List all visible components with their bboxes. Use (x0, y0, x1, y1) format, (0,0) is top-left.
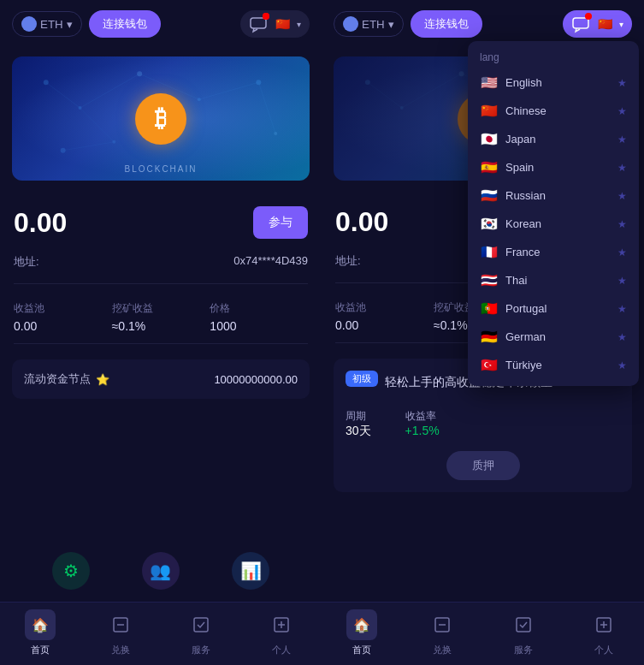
nav-service-right[interactable]: 服务 (483, 609, 564, 656)
personal-icon-left (266, 609, 297, 640)
lang-name-chinese: Chinese (505, 104, 611, 117)
gear-icon-left[interactable]: ⚙ (52, 552, 90, 590)
balance-amount-right: 0.00 (335, 206, 388, 238)
nav-exchange-label-right: 兑换 (433, 644, 452, 656)
svg-rect-0 (251, 18, 266, 28)
language-dropdown: lang 🇺🇸 English ★ 🇨🇳 Chinese ★ 🇯🇵 Japan … (468, 41, 639, 386)
address-label-right: 地址: (335, 253, 361, 269)
lang-turkiye[interactable]: 🇹🇷 Türkiye ★ (468, 351, 639, 379)
stats-row-left: 收益池 0.00 挖矿收益 ≈0.1% 价格 1000 (0, 291, 322, 336)
card-period-value: 30天 (346, 424, 371, 439)
connect-wallet-btn-right[interactable]: 连接钱包 (411, 10, 482, 38)
star-russian[interactable]: ★ (617, 190, 627, 202)
lang-france[interactable]: 🇫🇷 France ★ (468, 238, 639, 266)
star-german[interactable]: ★ (617, 331, 627, 343)
flag-france: 🇫🇷 (480, 244, 499, 260)
svg-line-13 (258, 82, 275, 134)
eth-button-right[interactable]: ETH ▾ (334, 11, 404, 37)
participate-btn-left[interactable]: 参与 (253, 206, 308, 239)
nav-service-left[interactable]: 服务 (161, 609, 241, 656)
chevron-right: ▾ (388, 18, 394, 31)
flag-right: 🇨🇳 (595, 15, 614, 33)
stat-yield-pool-value-left: 0.00 (14, 319, 112, 333)
flag-thai: 🇹🇭 (480, 272, 499, 288)
lang-chinese[interactable]: 🇨🇳 Chinese ★ (468, 97, 639, 125)
nav-exchange-left[interactable]: 兑换 (80, 609, 161, 656)
notification-dot-right (585, 13, 592, 20)
stat-yield-pool-value-right: 0.00 (335, 318, 434, 332)
liquidity-label-left: 流动资金节点 ⭐ (24, 371, 109, 387)
lang-german[interactable]: 🇩🇪 German ★ (468, 323, 639, 351)
chevron-down-right[interactable]: ▾ (619, 20, 623, 29)
service-icon-right (508, 609, 539, 640)
chat-icon-left[interactable] (249, 15, 268, 33)
chat-icon-right[interactable] (571, 15, 590, 33)
star-japan[interactable]: ★ (617, 134, 627, 145)
liquidity-section-left: 流动资金节点 ⭐ 10000000000.00 (12, 359, 310, 399)
svg-point-6 (274, 132, 277, 135)
svg-line-14 (80, 108, 115, 142)
nav-home-left[interactable]: 🏠 首页 (0, 609, 80, 656)
nav-personal-right[interactable]: 个人 (564, 609, 644, 656)
nav-personal-label-left: 个人 (272, 644, 291, 656)
connect-wallet-btn-left[interactable]: 连接钱包 (89, 10, 161, 38)
service-icon-left (186, 609, 216, 640)
nav-home-label-left: 首页 (31, 644, 50, 656)
stat-mining-label-left: 挖矿收益 (112, 301, 210, 316)
star-france[interactable]: ★ (617, 246, 627, 258)
nav-home-label-right: 首页 (352, 644, 371, 656)
star-thai[interactable]: ★ (617, 275, 627, 287)
star-korean[interactable]: ★ (617, 218, 627, 230)
bottom-nav-right: 🏠 首页 兑换 服务 个人 (322, 602, 644, 665)
icons-row-left: ⚙ 👥 📊 (0, 540, 322, 602)
header-right-controls-right: 🇨🇳 ▾ (563, 10, 632, 38)
lang-thai[interactable]: 🇹🇭 Thai ★ (468, 266, 639, 294)
stake-button[interactable]: 质押 (446, 451, 520, 480)
flag-korean: 🇰🇷 (480, 216, 499, 232)
divider-left (14, 283, 308, 284)
star-portugal[interactable]: ★ (617, 303, 627, 315)
star-icon-left: ⭐ (96, 373, 109, 386)
chevron-down-left[interactable]: ▾ (297, 20, 301, 29)
lang-english[interactable]: 🇺🇸 English ★ (468, 68, 639, 97)
left-panel: ETH ▾ 连接钱包 🇨🇳 ▾ (0, 0, 322, 665)
lang-spain[interactable]: 🇪🇸 Spain ★ (468, 153, 639, 181)
card-badge: 初级 (346, 371, 378, 387)
lang-name-russian: Russian (505, 189, 611, 202)
bottom-nav-left: 🏠 首页 兑换 服务 个人 (0, 602, 322, 665)
svg-rect-18 (194, 618, 208, 632)
lang-korean[interactable]: 🇰🇷 Korean ★ (468, 210, 639, 238)
stat-yield-pool-right: 收益池 0.00 (335, 300, 434, 332)
svg-rect-22 (573, 18, 588, 28)
btc-logo-left: ₿ (135, 93, 186, 145)
star-chinese[interactable]: ★ (617, 105, 627, 117)
divider2-left (14, 343, 308, 344)
blockchain-label-left: BLOCKCHAIN (124, 164, 197, 174)
left-header: ETH ▾ 连接钱包 🇨🇳 ▾ (0, 0, 322, 48)
nav-exchange-right[interactable]: 兑换 (402, 609, 482, 656)
lang-russian[interactable]: 🇷🇺 Russian ★ (468, 181, 639, 210)
lang-name-turkiye: Türkiye (505, 359, 611, 371)
eth-icon-left (21, 16, 37, 32)
card-rate-value: +1.5% (405, 424, 440, 437)
card-rate: 收益率 +1.5% (405, 409, 440, 439)
nav-personal-left[interactable]: 个人 (241, 609, 322, 656)
star-english[interactable]: ★ (617, 77, 627, 89)
address-value-left: 0x74****4D439 (233, 254, 308, 270)
nav-home-right[interactable]: 🏠 首页 (322, 609, 402, 656)
flag-japan: 🇯🇵 (480, 131, 499, 147)
lang-name-japan: Japan (505, 133, 611, 145)
flag-german: 🇩🇪 (480, 329, 499, 345)
lang-japan[interactable]: 🇯🇵 Japan ★ (468, 125, 639, 153)
card-rate-label: 收益率 (405, 409, 440, 424)
lang-portugal[interactable]: 🇵🇹 Portugal ★ (468, 294, 639, 323)
star-spain[interactable]: ★ (617, 162, 627, 174)
header-right-controls-left: 🇨🇳 ▾ (240, 10, 310, 38)
people-icon-left[interactable]: 👥 (142, 552, 180, 590)
star-turkiye[interactable]: ★ (617, 359, 627, 371)
chart-icon-left[interactable]: 📊 (232, 552, 269, 590)
stat-yield-pool-label-right: 收益池 (335, 300, 434, 315)
exchange-icon-right (427, 609, 458, 640)
right-panel: ETH ▾ 连接钱包 🇨🇳 ▾ lang 🇺🇸 English ★ 🇨🇳 (322, 0, 644, 665)
eth-button-left[interactable]: ETH ▾ (12, 11, 82, 37)
